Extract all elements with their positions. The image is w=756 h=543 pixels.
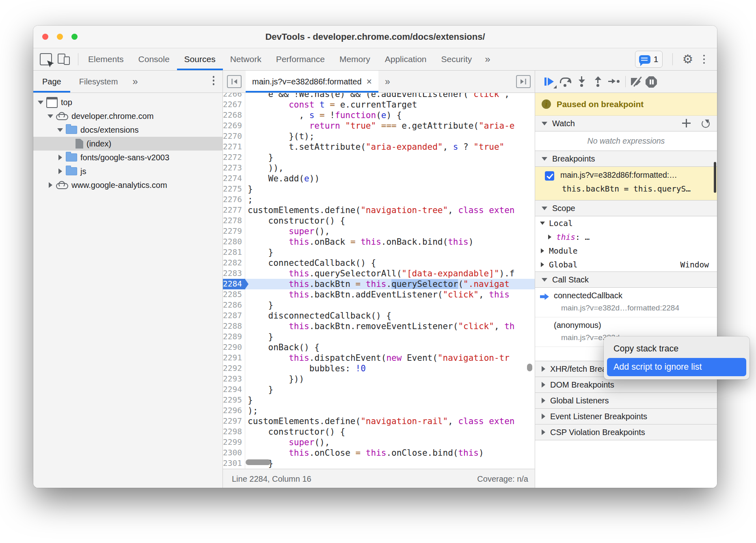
settings-gear-icon[interactable]: ⚙ [683, 53, 693, 65]
code-line[interactable]: 2272 } [223, 152, 535, 163]
breakpoint-checkbox[interactable] [545, 171, 554, 181]
code-line[interactable]: 2283 this.querySelectorAll("[data-expand… [223, 268, 535, 279]
tree-item-js[interactable]: js [33, 164, 222, 178]
tree-item-top[interactable]: top [33, 95, 222, 109]
issues-counter[interactable]: 1 [635, 51, 663, 68]
tab-sources[interactable]: Sources [177, 48, 223, 70]
code-line[interactable]: 2289 } [223, 332, 535, 342]
line-number[interactable]: 2269 [223, 121, 245, 131]
line-number[interactable]: 2282 [223, 258, 245, 268]
tab-application[interactable]: Application [378, 48, 434, 70]
line-number[interactable]: 2285 [223, 289, 245, 300]
refresh-watch-icon[interactable] [701, 119, 710, 127]
line-number[interactable]: 2270 [223, 131, 245, 142]
menu-item-copy-stack-trace[interactable]: Copy stack trace [607, 340, 746, 358]
step-icon[interactable] [608, 76, 620, 87]
code-line[interactable]: 2294 } [223, 384, 535, 395]
editor-more-tabs-chevron[interactable]: » [385, 76, 390, 87]
line-number[interactable]: 2291 [223, 353, 245, 363]
scope-row-module[interactable]: Module [535, 244, 717, 258]
code-line[interactable]: 2287 disconnectedCallback() { [223, 310, 535, 321]
scope-closed-arrow-icon[interactable] [539, 262, 546, 267]
line-number[interactable]: 2287 [223, 310, 245, 321]
scope-open-arrow-icon[interactable] [539, 222, 546, 225]
scope-closed-arrow-icon[interactable] [546, 235, 553, 239]
tree-open-arrow-icon[interactable] [37, 101, 44, 104]
line-number[interactable]: 2290 [223, 342, 245, 353]
line-number[interactable]: 2268 [223, 110, 245, 121]
code-line[interactable]: 2273 )), [223, 163, 535, 173]
code-line[interactable]: 2295} [223, 395, 535, 405]
line-number[interactable]: 2300 [223, 448, 245, 458]
code-line[interactable]: 2277customElements.define("navigation-tr… [223, 205, 535, 215]
tab-security[interactable]: Security [434, 48, 479, 70]
code-line[interactable]: 2292 bubbles: !0 [223, 363, 535, 374]
section-global-listeners[interactable]: Global Listeners [535, 393, 717, 409]
sidebar-more-options-icon[interactable] [210, 76, 217, 85]
tree-open-arrow-icon[interactable] [57, 128, 63, 132]
scope-closed-arrow-icon[interactable] [539, 248, 546, 253]
line-number[interactable]: 2286 [223, 300, 245, 310]
line-number[interactable]: 2289 [223, 332, 245, 342]
line-number[interactable]: 2266 [223, 93, 245, 99]
panel-scrollbar[interactable] [714, 162, 716, 193]
tree-closed-arrow-icon[interactable] [57, 155, 63, 160]
resume-script-icon[interactable] [544, 76, 555, 87]
code-line[interactable]: 2276; [223, 194, 535, 205]
code-line[interactable]: 2267 const t = e.currentTarget [223, 99, 535, 110]
line-number[interactable]: 2271 [223, 142, 245, 152]
tree-item--index-[interactable]: (index) [33, 137, 222, 151]
code-line[interactable]: 2281 } [223, 247, 535, 258]
device-toolbar-icon[interactable] [58, 54, 70, 65]
code-line[interactable]: 2298 constructor() { [223, 427, 535, 437]
inspect-element-icon[interactable] [40, 53, 52, 65]
tree-item-www-google-analytics-com[interactable]: www.google-analytics.com [33, 178, 222, 192]
deactivate-breakpoints-icon[interactable] [631, 76, 642, 87]
scope-row-this[interactable]: this: … [535, 230, 717, 244]
tree-item-docs-extensions[interactable]: docs/extensions [33, 123, 222, 137]
tree-closed-arrow-icon[interactable] [57, 168, 63, 174]
line-number[interactable]: 2301 [223, 458, 245, 469]
more-tabs-chevron[interactable]: » [479, 48, 496, 70]
line-number[interactable]: 2296 [223, 405, 245, 416]
code-line[interactable]: 2290 onBack() { [223, 342, 535, 353]
menu-item-add-script-to-ignore-list[interactable]: Add script to ignore list [607, 358, 746, 376]
tab-elements[interactable]: Elements [81, 48, 131, 70]
code-line[interactable]: 2286 } [223, 300, 535, 310]
tree-open-arrow-icon[interactable] [47, 114, 54, 118]
breakpoint-entry[interactable]: main.js?v=e382d86f:formatted:… this.back… [535, 167, 717, 200]
editor-tab-mainjs[interactable]: main.js?v=e382d86f:formatted × [246, 71, 378, 93]
step-into-icon[interactable] [577, 76, 586, 87]
line-number[interactable]: 2276 [223, 194, 245, 205]
line-number[interactable]: 2267 [223, 99, 245, 110]
line-number[interactable]: 2279 [223, 226, 245, 237]
code-line[interactable]: 2296); [223, 405, 535, 416]
watch-section-header[interactable]: Watch [535, 116, 717, 131]
line-number[interactable]: 2273 [223, 163, 245, 173]
line-number[interactable]: 2283 [223, 268, 245, 279]
tree-closed-arrow-icon[interactable] [47, 182, 54, 188]
add-watch-icon[interactable] [682, 119, 691, 127]
hide-navigator-icon[interactable] [227, 75, 242, 88]
code-line[interactable]: 2282 connectedCallback() { [223, 258, 535, 268]
code-line[interactable]: 2280 this.onBack = this.onBack.bind(this… [223, 237, 535, 247]
step-out-icon[interactable] [594, 76, 603, 87]
call-stack-section-header[interactable]: Call Stack [535, 272, 717, 288]
minimize-window-button[interactable] [57, 34, 63, 40]
scope-section-header[interactable]: Scope [535, 200, 717, 216]
pause-on-exceptions-icon[interactable] [646, 76, 657, 88]
close-window-button[interactable] [42, 34, 48, 40]
more-options-icon[interactable] [701, 55, 708, 64]
line-number[interactable]: 2280 [223, 237, 245, 247]
line-number[interactable]: 2274 [223, 173, 245, 184]
tab-memory[interactable]: Memory [332, 48, 378, 70]
code-line[interactable]: 2291 this.dispatchEvent(new Event("navig… [223, 353, 535, 363]
line-number[interactable]: 2299 [223, 437, 245, 448]
section-csp-violation-breakpoints[interactable]: CSP Violation Breakpoints [535, 424, 717, 440]
breakpoints-section-header[interactable]: Breakpoints [535, 151, 717, 167]
tab-page[interactable]: Page [33, 71, 70, 93]
line-number[interactable]: 2278 [223, 215, 245, 226]
code-line[interactable]: 2271 t.setAttribute("aria-expanded", s ?… [223, 142, 535, 152]
tree-item-developer-chrome-com[interactable]: developer.chrome.com [33, 109, 222, 123]
line-number[interactable]: 2295 [223, 395, 245, 405]
